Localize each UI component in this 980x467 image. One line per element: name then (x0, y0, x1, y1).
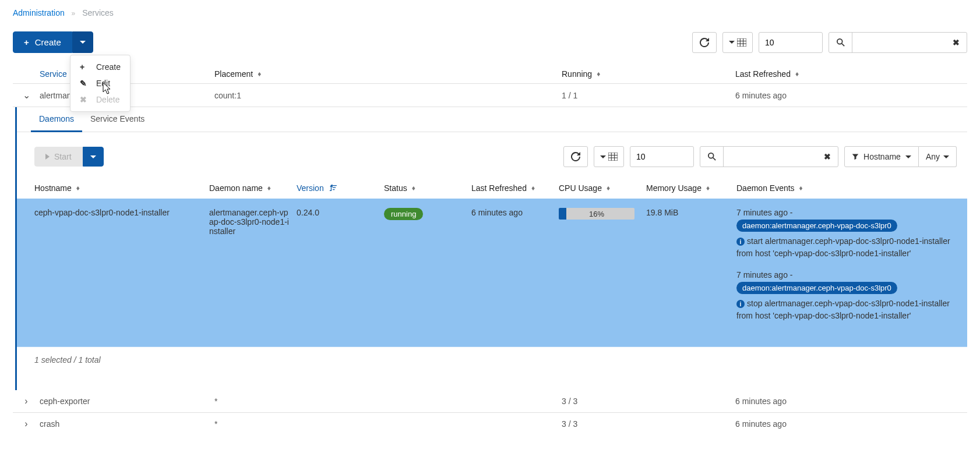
selection-footer: 1 selected / 1 total (17, 347, 967, 373)
menu-item-label: Delete (96, 95, 119, 104)
pencil-icon: ✎ (80, 79, 90, 88)
columns-toggle[interactable] (722, 32, 753, 53)
refresh-button[interactable] (692, 32, 717, 53)
daemon-name: alertmanager.ceph-vpap-doc-s3lpr0-node1-… (209, 208, 297, 236)
service-refreshed: 6 minutes ago (735, 91, 967, 100)
search-icon (829, 33, 852, 52)
col-header-placement[interactable]: Placement♦ (214, 69, 562, 79)
breadcrumb-root[interactable]: Administration (13, 8, 65, 17)
menu-item-create[interactable]: + Create (70, 59, 130, 75)
svg-rect-0 (737, 38, 746, 47)
sort-icon: ♦ (706, 184, 710, 192)
svg-point-5 (837, 38, 842, 44)
event-chip: daemon:alertmanager.ceph-vpap-doc-s3lpr0 (736, 220, 897, 232)
expand-toggle[interactable]: › (13, 396, 40, 406)
create-button-group: + Create (13, 31, 93, 53)
tab-bar: Daemons Service Events (17, 107, 967, 132)
sort-icon: ♦ (258, 70, 261, 78)
page-size-input[interactable] (630, 146, 694, 167)
status-badge: running (384, 208, 423, 220)
plus-icon: + (24, 37, 29, 47)
event-block: 7 minutes ago - daemon:alertmanager.ceph… (736, 208, 957, 260)
sort-icon: ♦ (795, 70, 799, 78)
expand-toggle[interactable]: ⌄ (13, 90, 40, 101)
service-placement: * (214, 397, 562, 406)
cpu-bar: 16% (559, 208, 634, 220)
services-header-row: Service Placement♦ Running♦ Last Refresh… (13, 65, 967, 84)
col-header-running[interactable]: Running♦ (562, 69, 735, 79)
col-header-hostname[interactable]: Hostname♦ (34, 183, 209, 193)
col-header-daemon-name[interactable]: Daemon name♦ (209, 183, 297, 193)
col-header-memory[interactable]: Memory Usage♦ (646, 183, 736, 193)
menu-item-edit[interactable]: ✎ Edit (70, 75, 130, 91)
col-header-version[interactable]: Version (297, 183, 384, 193)
filter-icon (852, 153, 859, 160)
breadcrumb-sep-icon: » (72, 9, 76, 17)
refresh-icon (700, 38, 709, 47)
page-size-input[interactable] (759, 32, 823, 53)
breadcrumb-current: Services (82, 8, 114, 17)
service-name: ceph-exporter (40, 397, 214, 406)
play-icon (45, 154, 50, 160)
service-row-crash[interactable]: › crash * 3 / 3 6 minutes ago (13, 413, 967, 435)
svg-line-13 (713, 158, 715, 160)
col-header-cpu[interactable]: CPU Usage♦ (559, 183, 646, 193)
service-name: crash (40, 419, 214, 429)
chevron-right-icon: › (24, 396, 27, 406)
daemon-toolbar: Start (17, 132, 967, 178)
chevron-down-icon: ⌄ (23, 90, 30, 101)
service-row-ceph-exporter[interactable]: › ceph-exporter * 3 / 3 6 minutes ago (13, 390, 967, 413)
expand-toggle[interactable]: › (13, 419, 40, 429)
col-header-status[interactable]: Status♦ (384, 183, 471, 193)
service-running: 3 / 3 (562, 397, 735, 406)
chevron-down-icon (80, 41, 86, 44)
filter-any-button[interactable]: Any (919, 146, 957, 167)
sort-icon: ♦ (76, 184, 80, 192)
event-time: 7 minutes ago - (736, 270, 957, 280)
create-button-label: Create (35, 37, 61, 47)
service-refreshed: 6 minutes ago (735, 397, 967, 406)
grid-icon (608, 153, 618, 161)
sort-icon: ♦ (799, 184, 803, 192)
start-dropdown-toggle[interactable] (83, 147, 104, 167)
event-block: 7 minutes ago - daemon:alertmanager.ceph… (736, 270, 957, 322)
search-icon (700, 147, 724, 167)
event-chip: daemon:alertmanager.ceph-vpap-doc-s3lpr0 (736, 282, 897, 294)
event-time: 7 minutes ago - (736, 208, 957, 217)
sort-icon: ♦ (597, 70, 600, 78)
search-input[interactable] (724, 147, 817, 167)
grid-icon (737, 38, 746, 47)
cpu-pct: 16% (559, 208, 634, 220)
create-button[interactable]: + Create (13, 31, 72, 53)
filter-hostname-button[interactable]: Hostname (844, 146, 919, 167)
daemon-version: 0.24.0 (297, 208, 384, 217)
col-header-last-refreshed[interactable]: Last Refreshed♦ (735, 69, 967, 79)
daemon-events: 7 minutes ago - daemon:alertmanager.ceph… (736, 208, 957, 332)
sort-icon: ♦ (531, 184, 535, 192)
service-row-alertmanager[interactable]: ⌄ alertmanager count:1 1 / 1 6 minutes a… (13, 84, 967, 107)
svg-rect-7 (608, 153, 618, 161)
service-placement: count:1 (214, 91, 562, 100)
menu-item-delete: ✖ Delete (70, 91, 130, 108)
columns-toggle[interactable] (594, 146, 624, 167)
service-running: 1 / 1 (562, 91, 735, 100)
chevron-down-icon (729, 41, 735, 44)
search-input[interactable] (852, 33, 946, 52)
clear-search-button[interactable]: ✖ (817, 147, 838, 167)
refresh-button[interactable] (563, 146, 588, 167)
close-icon: ✖ (80, 95, 90, 104)
service-running: 3 / 3 (562, 419, 735, 429)
sort-icon: ♦ (267, 184, 271, 192)
col-header-last-refreshed[interactable]: Last Refreshed♦ (471, 183, 559, 193)
chevron-down-icon (600, 155, 606, 158)
create-dropdown-toggle[interactable] (72, 31, 93, 53)
start-button: Start (34, 147, 83, 167)
daemon-row[interactable]: ceph-vpap-doc-s3lpr0-node1-installer ale… (17, 199, 967, 347)
search-group: ✖ (700, 146, 838, 167)
clear-search-button[interactable]: ✖ (946, 33, 967, 52)
col-header-events[interactable]: Daemon Events♦ (736, 183, 957, 193)
sort-asc-icon (329, 185, 337, 192)
service-refreshed: 6 minutes ago (735, 419, 967, 429)
daemon-last-refreshed: 6 minutes ago (471, 208, 559, 217)
menu-item-label: Edit (96, 79, 110, 88)
